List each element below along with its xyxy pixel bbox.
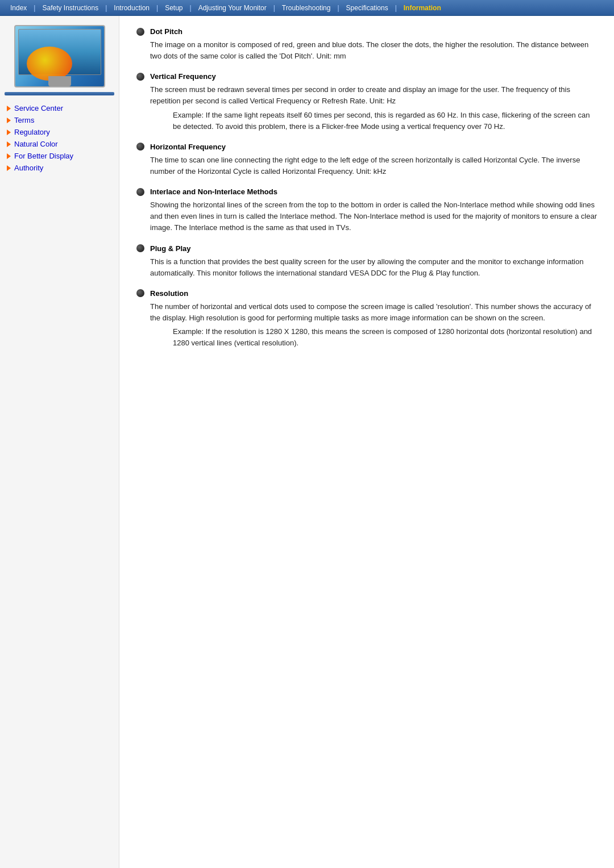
nav-separator: | [336,4,340,12]
bullet-icon [136,143,144,151]
section-title: Horizontal Frequency [150,143,226,151]
sidebar-item-regulatory[interactable]: Regulatory [5,126,114,138]
section-body: The screen must be redrawn several times… [136,84,597,132]
section-body: The time to scan one line connecting the… [136,155,597,177]
section-plug-and-play: Plug & PlayThis is a function that provi… [136,244,597,279]
bullet-icon [136,188,144,196]
section-title: Resolution [150,289,188,298]
nav-item-safety-instructions[interactable]: Safety Instructions [36,2,104,14]
arrow-icon [7,118,11,123]
section-body: This is a function that provides the bes… [136,256,597,279]
section-interlace-and-non-interlace-methods: Interlace and Non-Interlace MethodsShowi… [136,187,597,233]
nav-item-troubleshooting[interactable]: Troubleshooting [276,2,337,14]
section-title: Vertical Frequency [150,72,216,81]
flower-graphic [27,47,72,81]
content-area: Dot PitchThe image on a monitor is compo… [119,16,614,868]
sidebar-item-label: Regulatory [14,128,50,136]
section-text: Showing the horizontal lines of the scre… [150,199,597,233]
nav-item-information[interactable]: Information [398,2,447,14]
section-header: Horizontal Frequency [136,143,597,151]
sections-container: Dot PitchThe image on a monitor is compo… [136,27,597,349]
section-header: Dot Pitch [136,27,597,36]
nav-item-adjusting-your-monitor[interactable]: Adjusting Your Monitor [193,2,272,14]
sidebar-item-label: Authority [14,164,43,172]
section-resolution: ResolutionThe number of horizontal and v… [136,289,597,349]
section-header: Plug & Play [136,244,597,253]
sidebar-item-natural-color[interactable]: Natural Color [5,138,114,150]
section-dot-pitch: Dot PitchThe image on a monitor is compo… [136,27,597,62]
section-text: The time to scan one line connecting the… [150,155,597,177]
sidebar-item-for-better-display[interactable]: For Better Display [5,150,114,162]
nav-separator: | [272,4,276,12]
section-title: Interlace and Non-Interlace Methods [150,187,277,196]
section-text: This is a function that provides the bes… [150,256,597,279]
section-text: The screen must be redrawn several times… [150,84,597,107]
bullet-icon [136,28,144,36]
arrow-icon [7,153,11,159]
section-text: The image on a monitor is composed of re… [150,39,597,62]
bullet-icon [136,73,144,81]
bullet-icon [136,289,144,297]
sidebar-item-authority[interactable]: Authority [5,162,114,174]
main-layout: Service CenterTermsRegulatoryNatural Col… [0,16,614,868]
nav-separator: | [394,4,398,12]
sidebar-item-label: Terms [14,116,34,124]
bullet-icon [136,244,144,252]
nav-item-index[interactable]: Index [5,2,32,14]
section-horizontal-frequency: Horizontal FrequencyThe time to scan one… [136,143,597,177]
sidebar-item-label: Service Center [14,104,63,112]
section-header: Interlace and Non-Interlace Methods [136,187,597,196]
sidebar-section-label [5,92,114,95]
nav-separator: | [32,4,36,12]
nav-item-setup[interactable]: Setup [159,2,188,14]
arrow-icon [7,130,11,135]
section-header: Vertical Frequency [136,72,597,81]
section-title: Dot Pitch [150,27,182,36]
arrow-icon [7,106,11,111]
nav-bar: Index|Safety Instructions|Introduction|S… [0,0,614,16]
sidebar-item-service-center[interactable]: Service Center [5,102,114,114]
sidebar-nav: Service CenterTermsRegulatoryNatural Col… [5,102,114,174]
sidebar-item-label: Natural Color [14,140,58,148]
monitor-image [14,25,105,87]
nav-item-specifications[interactable]: Specifications [341,2,394,14]
section-title: Plug & Play [150,244,191,253]
example-block: Example: If the same light repeats itsel… [173,110,597,132]
section-body: The image on a monitor is composed of re… [136,39,597,62]
section-text: The number of horizontal and vertical do… [150,301,597,324]
nav-separator: | [104,4,108,12]
example-block: Example: If the resolution is 1280 X 128… [173,326,597,349]
section-body: The number of horizontal and vertical do… [136,301,597,349]
monitor-stand [48,76,71,86]
sidebar: Service CenterTermsRegulatoryNatural Col… [0,16,119,868]
nav-separator: | [189,4,193,12]
section-vertical-frequency: Vertical FrequencyThe screen must be red… [136,72,597,132]
nav-item-introduction[interactable]: Introduction [108,2,155,14]
arrow-icon [7,165,11,171]
section-header: Resolution [136,289,597,298]
nav-separator: | [155,4,159,12]
arrow-icon [7,141,11,147]
section-body: Showing the horizontal lines of the scre… [136,199,597,233]
sidebar-item-terms[interactable]: Terms [5,114,114,126]
sidebar-item-label: For Better Display [14,152,73,160]
